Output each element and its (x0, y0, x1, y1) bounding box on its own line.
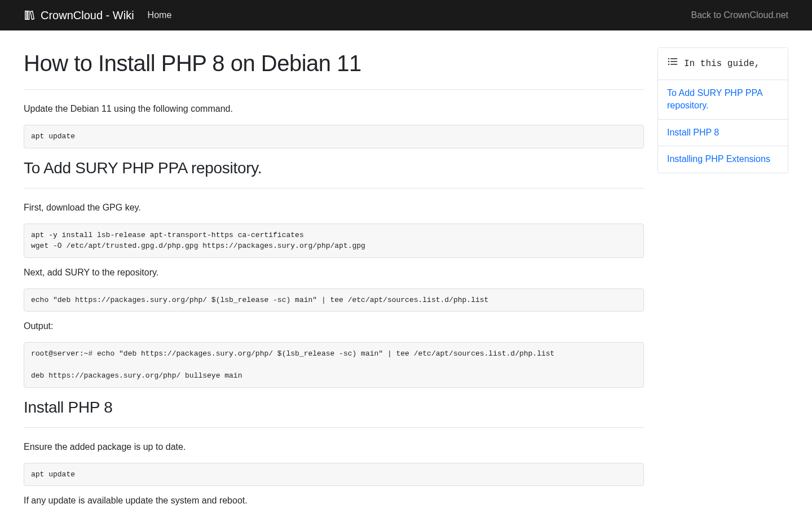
main-content: How to Install PHP 8 on Debian 11 Update… (24, 42, 644, 508)
svg-point-7 (669, 64, 669, 65)
books-icon (24, 9, 36, 21)
code-block: apt update (24, 463, 644, 487)
toc-title: In this guide, (684, 57, 760, 71)
code-block: root@server:~# echo "deb https://package… (24, 342, 644, 388)
paragraph: Next, add SURY to the repository. (24, 266, 644, 279)
container: How to Install PHP 8 on Debian 11 Update… (0, 30, 812, 508)
toc: In this guide, To Add SURY PHP PPA repos… (657, 47, 788, 173)
svg-point-6 (669, 62, 669, 62)
page-title: How to Install PHP 8 on Debian 11 (24, 46, 644, 80)
section-heading-install: Install PHP 8 (24, 396, 644, 419)
paragraph: First, download the GPG key. (24, 201, 644, 214)
toc-item[interactable]: To Add SURY PHP PPA repository. (658, 80, 788, 120)
nav-home[interactable]: Home (148, 8, 172, 22)
paragraph: Update the Debian 11 using the following… (24, 102, 644, 116)
navbar-left: CrownCloud - Wiki Home (24, 7, 171, 24)
brand-link[interactable]: CrownCloud - Wiki (24, 7, 134, 24)
list-icon (667, 56, 678, 72)
paragraph: Output: (24, 319, 644, 333)
divider (24, 89, 644, 90)
nav-back[interactable]: Back to CrownCloud.net (691, 8, 788, 22)
svg-rect-0 (25, 11, 27, 20)
toc-item[interactable]: Install PHP 8 (658, 120, 788, 146)
divider (24, 188, 644, 189)
code-block: echo "deb https://packages.sury.org/php/… (24, 288, 644, 312)
sidebar: In this guide, To Add SURY PHP PPA repos… (657, 47, 788, 173)
toc-item[interactable]: Installing PHP Extensions (658, 146, 788, 172)
code-block: apt -y install lsb-release apt-transport… (24, 224, 644, 258)
paragraph: If any update is available update the sy… (24, 494, 644, 507)
navbar: CrownCloud - Wiki Home Back to CrownClou… (0, 0, 812, 30)
svg-point-5 (669, 59, 669, 59)
toc-header: In this guide, (658, 48, 788, 80)
section-heading-sury: To Add SURY PHP PPA repository. (24, 156, 644, 180)
brand-text: CrownCloud - Wiki (41, 7, 134, 24)
svg-rect-1 (28, 11, 29, 20)
paragraph: Ensure the added package is up to date. (24, 440, 644, 454)
code-block: apt update (24, 125, 644, 148)
divider (24, 427, 644, 428)
